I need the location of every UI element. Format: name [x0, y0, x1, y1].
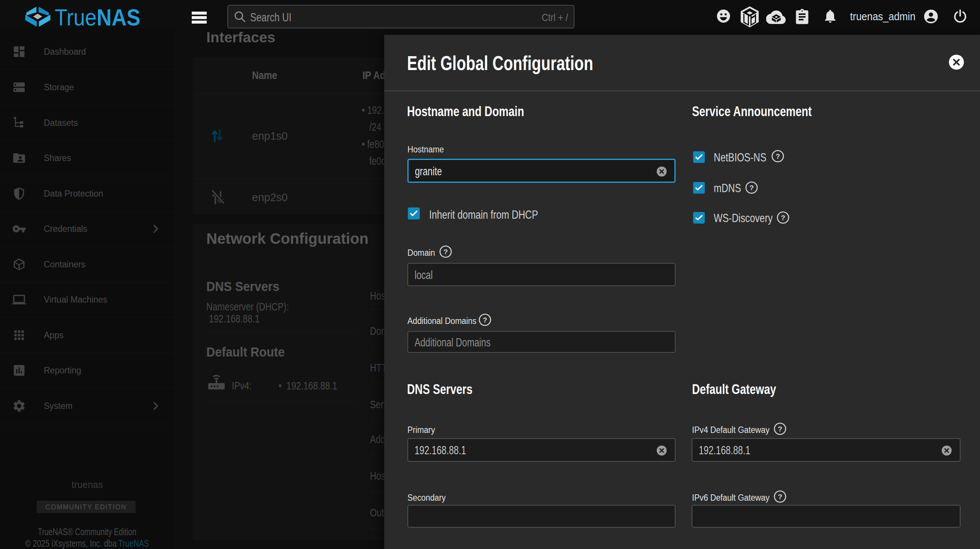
- svg-text:?: ?: [778, 425, 782, 433]
- svg-text:?: ?: [749, 184, 754, 192]
- svg-text:?: ?: [483, 316, 487, 324]
- svg-text:?: ?: [781, 214, 785, 222]
- svg-text:?: ?: [776, 153, 780, 160]
- svg-text:?: ?: [443, 248, 448, 256]
- svg-text:?: ?: [778, 493, 782, 501]
